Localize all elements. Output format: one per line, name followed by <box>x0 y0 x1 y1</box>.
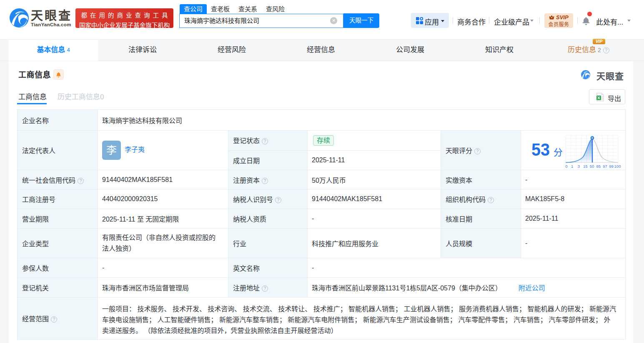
svg-text:3: 3 <box>578 164 580 169</box>
svg-text:0: 0 <box>565 164 567 169</box>
svg-text:50: 50 <box>590 164 594 169</box>
svg-text:99: 99 <box>609 164 614 169</box>
svg-text:100: 100 <box>614 164 621 169</box>
svg-text:15: 15 <box>583 164 588 169</box>
svg-text:1: 1 <box>571 164 573 169</box>
svg-text:97: 97 <box>603 164 607 169</box>
svg-text:85: 85 <box>596 164 601 169</box>
